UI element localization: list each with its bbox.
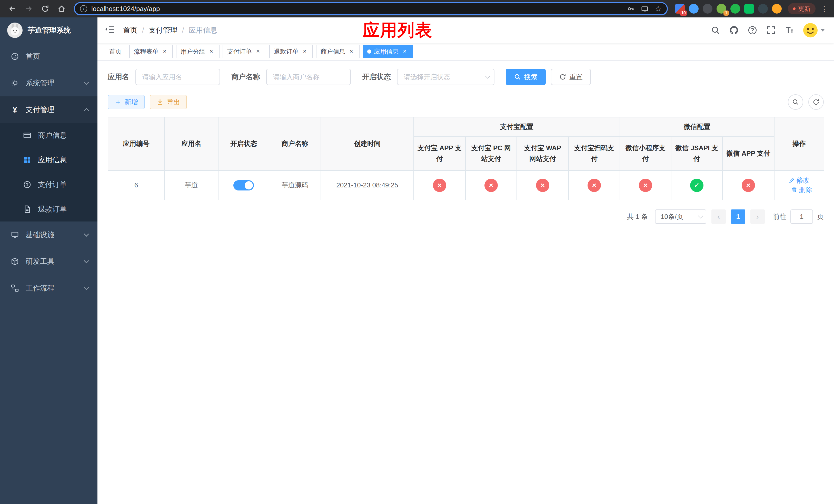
table-row: 6 芋道 芋道源码 2021-10-23 08:49:25 × × × × × … [108, 170, 824, 200]
extension-icon-8[interactable] [772, 4, 782, 14]
tab-home[interactable]: 首页 [105, 45, 126, 58]
monitor-icon [10, 231, 20, 239]
tab-pay-order[interactable]: 支付订单 × [223, 45, 266, 58]
status-toggle[interactable] [233, 180, 254, 190]
reset-button[interactable]: 重置 [551, 69, 591, 85]
dashboard-icon [10, 52, 20, 61]
back-icon[interactable] [5, 2, 20, 16]
password-key-icon[interactable] [627, 5, 635, 13]
sidebar-fold-icon[interactable] [105, 25, 116, 36]
pagination: 共 1 条 10条/页 ‹ 1 › 前往 页 [108, 209, 824, 224]
extension-icon-5[interactable] [730, 4, 740, 14]
tab-user-group[interactable]: 用户分组 × [176, 45, 220, 58]
forward-icon[interactable] [22, 2, 36, 16]
close-icon[interactable]: × [301, 48, 308, 55]
sidebar-item-merchant-info[interactable]: 商户信息 [0, 123, 97, 148]
close-icon[interactable]: × [208, 48, 215, 55]
tab-process-form[interactable]: 流程表单 × [129, 45, 173, 58]
sidebar-item-app-info[interactable]: 应用信息 [0, 148, 97, 172]
app-name-label: 应用名 [108, 72, 129, 82]
coin-order-icon [23, 181, 32, 189]
cell-app-name: 芋道 [164, 170, 218, 200]
status-select[interactable]: 请选择开启状态 [397, 69, 495, 85]
close-icon[interactable]: × [161, 48, 168, 55]
workflow-icon [10, 284, 20, 292]
col-wx-app: 微信 APP 支付 [722, 137, 774, 170]
sidebar-item-workflow[interactable]: 工作流程 [0, 275, 97, 301]
extension-icon-2[interactable] [689, 4, 699, 14]
user-avatar[interactable] [803, 23, 825, 38]
col-alipay-wap: 支付宝 WAP 网站支付 [517, 137, 569, 170]
search-icon[interactable] [710, 25, 721, 36]
close-icon[interactable]: × [255, 48, 262, 55]
sidebar-item-refund-order[interactable]: 退款订单 [0, 197, 97, 222]
address-bar[interactable]: i localhost:1024/pay/app ☆ [74, 2, 668, 15]
page-number-1[interactable]: 1 [731, 209, 745, 224]
delete-button[interactable]: 删除 [791, 185, 812, 194]
cell-app-id: 6 [108, 170, 164, 200]
extension-icon-6[interactable] [744, 4, 754, 14]
sidebar: 芋道管理系统 首页 系统管理 ¥ 支付管理 [0, 18, 97, 504]
tab-refund-order[interactable]: 退款订单 × [269, 45, 313, 58]
add-button[interactable]: ＋ 新增 [108, 95, 145, 109]
chevron-up-icon [84, 108, 89, 113]
page-size-select[interactable]: 10条/页 [655, 209, 706, 224]
breadcrumb-home[interactable]: 首页 [123, 25, 137, 35]
tab-bar: 首页 流程表单 × 用户分组 × 支付订单 × 退款订单 × 商户信息 × [97, 43, 834, 61]
home-icon[interactable] [54, 2, 69, 16]
extensions-row: 10 1 [675, 4, 782, 14]
sidebar-item-infrastructure[interactable]: 基础设施 [0, 222, 97, 248]
cell-status [218, 170, 269, 200]
url-text[interactable]: localhost:1024/pay/app [91, 5, 623, 13]
bookmark-star-icon[interactable]: ☆ [655, 5, 662, 13]
close-icon[interactable]: × [348, 48, 355, 55]
refresh-page-icon[interactable] [38, 2, 52, 16]
extension-icon-1[interactable]: 10 [675, 4, 685, 14]
refresh-table-button[interactable] [808, 94, 824, 110]
browser-update-button[interactable]: 更新 [788, 3, 815, 14]
merchant-name-input[interactable] [266, 69, 351, 85]
chevron-down-icon [84, 80, 89, 85]
logo-avatar [7, 23, 23, 38]
close-icon[interactable]: × [401, 48, 408, 55]
sidebar-item-dev-tools[interactable]: 研发工具 [0, 248, 97, 275]
breadcrumb-payment[interactable]: 支付管理 [149, 25, 177, 35]
extension-icon-7[interactable] [758, 4, 768, 14]
group-alipay-config: 支付宝配置 [414, 117, 620, 137]
extension-icon-4[interactable]: 1 [717, 4, 726, 14]
fullscreen-icon[interactable] [766, 25, 776, 36]
sidebar-item-home[interactable]: 首页 [0, 43, 97, 70]
gear-icon [10, 79, 20, 87]
search-button[interactable]: 搜索 [506, 69, 546, 85]
site-info-icon[interactable]: i [80, 5, 87, 12]
help-icon[interactable] [747, 25, 758, 36]
prev-page-button[interactable]: ‹ [711, 209, 726, 224]
alipay-pc-status-icon: × [484, 179, 498, 192]
top-navbar: 首页 / 支付管理 / 应用信息 应用列表 [97, 18, 834, 43]
wechat-app-status-icon: × [742, 179, 755, 192]
tab-app-info[interactable]: 应用信息 × [363, 45, 413, 58]
app-name-input[interactable] [135, 69, 220, 85]
edit-button[interactable]: 修改 [789, 176, 810, 185]
export-button[interactable]: 导出 [150, 95, 187, 109]
share-icon[interactable] [641, 5, 649, 13]
goto-unit: 页 [817, 212, 824, 221]
next-page-button[interactable]: › [750, 209, 765, 224]
github-icon[interactable] [729, 25, 739, 36]
extension-icon-3[interactable] [703, 4, 712, 14]
app-logo: 芋道管理系统 [0, 18, 97, 43]
grid-icon [23, 156, 32, 164]
font-size-icon[interactable] [784, 25, 794, 36]
goto-page-input[interactable] [790, 209, 813, 224]
tab-merchant-info[interactable]: 商户信息 × [316, 45, 359, 58]
wechat-jsapi-status-icon: ✓ [690, 179, 703, 192]
sidebar-item-system[interactable]: 系统管理 [0, 70, 97, 96]
goto-label: 前往 [773, 212, 786, 221]
sidebar-item-pay-order[interactable]: 支付订单 [0, 172, 97, 197]
sidebar-item-payment[interactable]: ¥ 支付管理 [0, 96, 97, 123]
app-table: 应用编号 应用名 开启状态 商户名称 创建时间 支付宝配置 微信配置 操作 支付… [108, 117, 824, 200]
merchant-name-label: 商户名称 [231, 72, 260, 82]
show-search-button[interactable] [788, 94, 803, 110]
col-alipay-pc: 支付宝 PC 网站支付 [465, 137, 517, 170]
browser-menu-icon[interactable]: ⋮ [820, 2, 829, 16]
